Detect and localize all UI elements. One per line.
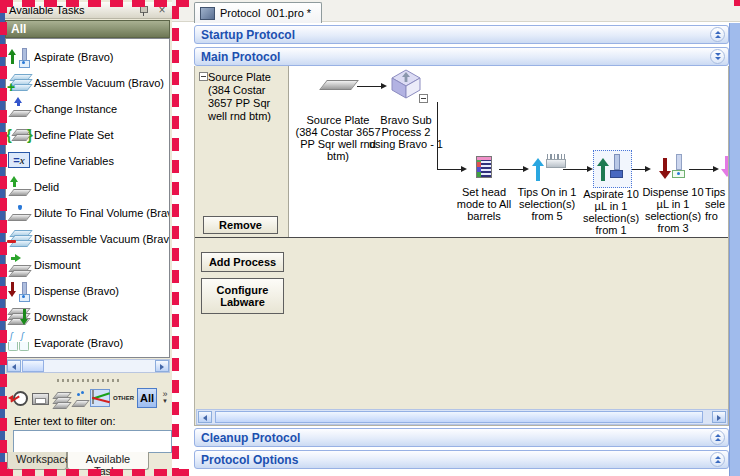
device-icon[interactable] — [31, 389, 49, 407]
add-process-button[interactable]: Add Process — [201, 252, 284, 272]
scroll-right-button[interactable] — [155, 360, 169, 372]
remove-button[interactable]: Remove — [203, 216, 278, 234]
cleanup-protocol-label: Cleanup Protocol — [201, 431, 710, 445]
task-group-header-all[interactable]: All — [5, 20, 170, 38]
connector-line — [357, 86, 383, 87]
document-tab-bar: Protocol 001.pro * — [172, 0, 740, 22]
task-item-assemble-vacuum[interactable]: + Assemble Vacuum (Bravo) — [6, 70, 169, 96]
plate-stack-icon[interactable] — [52, 389, 70, 407]
group-divider — [195, 237, 729, 238]
collapse-expander-icon[interactable] — [419, 94, 428, 103]
connector-arrowhead — [523, 166, 529, 172]
node-label: Tips sele fro — [705, 186, 729, 222]
main-protocol-label: Main Protocol — [201, 50, 710, 64]
protocol-file-icon — [200, 7, 215, 20]
task-item-define-plate-set[interactable]: { } Define Plate Set — [6, 122, 169, 148]
section-header-cleanup-protocol[interactable]: Cleanup Protocol — [194, 428, 729, 447]
main-protocol-body: Source Plate (384 Costar 3657 PP Sqr wel… — [194, 66, 729, 426]
node-label: Aspirate 10 µL in 1 selection(s) from 1 — [576, 188, 646, 236]
editor-horizontal-scrollbar[interactable] — [196, 409, 728, 425]
connector-line — [689, 169, 715, 170]
task-item-disassemble-vacuum[interactable]: Disassemble Vacuum (Bravo) — [6, 226, 169, 252]
scrollbar-thumb[interactable] — [22, 360, 44, 372]
task-list-horizontal-scrollbar[interactable] — [6, 359, 170, 373]
chevron-up-icon[interactable] — [710, 430, 725, 445]
evaporate-icon: ʃʃ — [6, 331, 34, 355]
scroll-left-button[interactable] — [198, 411, 212, 423]
disassemble-vacuum-icon — [6, 227, 34, 251]
panel-title: Available Tasks — [9, 4, 138, 16]
tab-available-tasks[interactable]: Available Tasks — [67, 452, 149, 470]
task-item-dispense[interactable]: Dispense (Bravo) — [6, 278, 169, 304]
head-mode-grid-icon — [476, 156, 492, 178]
node-label: Tips On in 1 selection(s) from 5 — [512, 186, 582, 222]
dispense-arrow-icon — [659, 158, 671, 179]
editor-right-scrollbar[interactable] — [729, 23, 740, 476]
tips-on-arrow-icon — [532, 158, 544, 179]
scroll-left-button[interactable] — [7, 360, 21, 372]
protocol-document-tab[interactable]: Protocol 001.pro * — [194, 2, 322, 23]
connector-arrowhead — [645, 166, 651, 172]
tab-workspace[interactable]: Workspace — [7, 452, 67, 470]
define-plate-set-icon: { } — [6, 123, 34, 147]
downstack-icon — [6, 305, 34, 329]
task-list: Aspirate (Bravo) + Assemble Vacuum (Brav… — [5, 38, 170, 358]
dilute-icon — [6, 201, 34, 225]
task-item-dismount[interactable]: Dismount — [6, 252, 169, 278]
connector-arrowhead — [461, 166, 467, 172]
aspirate-arrow-icon — [597, 158, 609, 179]
pin-icon[interactable] — [138, 5, 148, 16]
plate-group-title: Source Plate (384 Costar 3657 PP Sqr wel… — [208, 71, 286, 123]
all-filter-button[interactable]: All — [137, 388, 157, 408]
chevron-up-icon[interactable] — [710, 452, 725, 467]
task-item-define-variables[interactable]: =x Define Variables — [6, 148, 169, 174]
delid-icon — [6, 175, 34, 199]
task-item-aspirate[interactable]: Aspirate (Bravo) — [6, 44, 169, 70]
panel-bottom-tabs: Workspace Available Tasks — [7, 452, 172, 471]
node-label: Set head mode to All barrels — [449, 186, 519, 222]
liquid-plate-icon[interactable] — [73, 389, 87, 407]
aspirate-icon — [6, 45, 34, 69]
connector-line — [437, 102, 438, 170]
other-filter-icon[interactable]: OTHER — [113, 395, 134, 401]
plate-group-column: Source Plate (384 Costar 3657 PP Sqr wel… — [195, 66, 289, 237]
available-tasks-panel: Available Tasks × All Aspirate (Bravo) +… — [5, 0, 172, 476]
chevron-down-icon[interactable] — [710, 49, 725, 64]
task-item-dilute-to-final-volume[interactable]: Dilute To Final Volume (Bravo) — [6, 200, 169, 226]
node-label: Bravo Sub Process 2 using Bravo - 1 — [367, 114, 445, 150]
toolbar-overflow-button[interactable]: » ▼ — [160, 391, 170, 405]
filter-label: Enter text to filter on: — [14, 415, 116, 427]
dispense-icon — [6, 279, 34, 303]
section-header-startup-protocol[interactable]: Startup Protocol — [194, 25, 729, 44]
node-label: Dispense 10 µL in 1 selection(s) from 3 — [638, 186, 708, 234]
task-item-change-instance[interactable]: Change Instance — [6, 96, 169, 122]
section-header-main-protocol[interactable]: Main Protocol — [194, 47, 729, 66]
scroll-right-button[interactable] — [712, 411, 726, 423]
filter-input[interactable] — [13, 430, 172, 453]
panel-splitter-handle[interactable] — [5, 376, 172, 384]
section-header-protocol-options[interactable]: Protocol Options — [194, 450, 729, 469]
connector-arrowhead — [381, 83, 387, 89]
dismount-icon — [6, 253, 34, 277]
tips-off-arrow-icon — [721, 156, 729, 177]
task-item-downstack[interactable]: Downstack — [6, 304, 169, 330]
protocol-options-label: Protocol Options — [201, 453, 710, 467]
panel-title-bar: Available Tasks × — [5, 2, 172, 19]
sub-process-cube-icon — [389, 68, 423, 100]
protocol-tab-title: Protocol 001.pro * — [220, 7, 311, 19]
task-item-delid[interactable]: Delid — [6, 174, 169, 200]
availability-gauge-icon[interactable] — [10, 389, 28, 407]
filter-toolbar: OTHER All » ▼ — [5, 385, 172, 411]
task-item-evaporate[interactable]: ʃʃ Evaporate (Bravo) — [6, 330, 169, 356]
vworks-window: Protocol 001.pro * Startup Protocol Main… — [0, 0, 740, 476]
connector-line — [499, 169, 525, 170]
close-icon[interactable]: × — [156, 5, 168, 15]
chevron-up-icon[interactable] — [710, 27, 725, 42]
connector-line — [437, 169, 463, 170]
startup-protocol-label: Startup Protocol — [201, 28, 710, 42]
chart-filter-icon[interactable] — [90, 389, 110, 407]
configure-labware-button[interactable]: Configure Labware — [201, 278, 284, 314]
define-variables-icon: =x — [6, 149, 34, 173]
collapse-expander-icon[interactable] — [199, 72, 208, 81]
scrollbar-thumb[interactable] — [215, 411, 703, 423]
